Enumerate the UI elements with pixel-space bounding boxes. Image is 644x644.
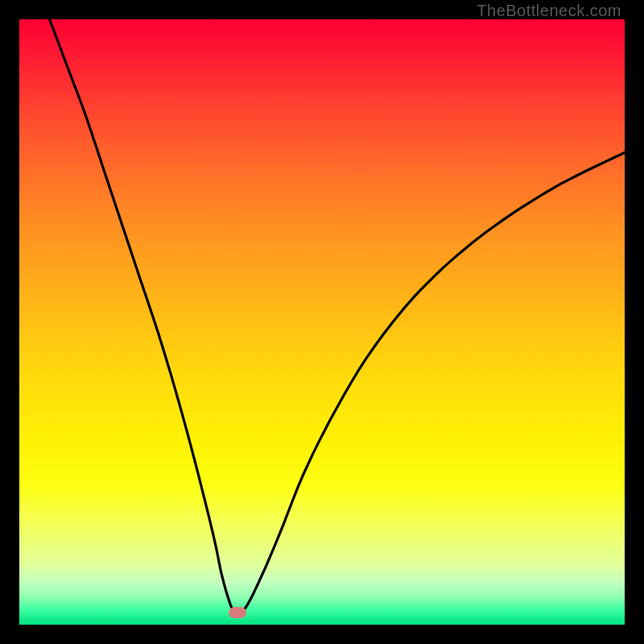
chart-frame: TheBottleneck.com [0, 0, 644, 644]
watermark-text: TheBottleneck.com [477, 2, 621, 20]
bottleneck-curve [19, 19, 625, 625]
optimum-marker [229, 607, 246, 618]
